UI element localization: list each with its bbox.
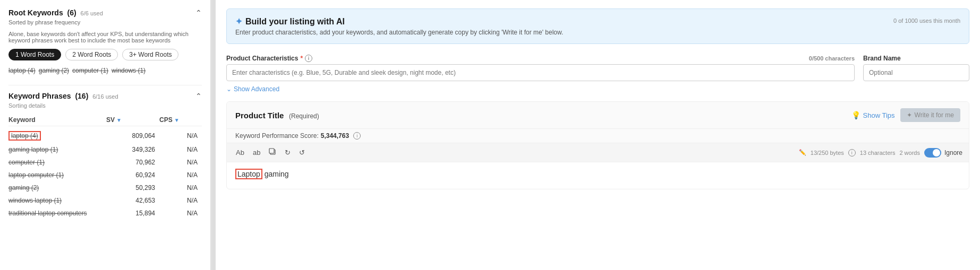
required-badge: (Required) bbox=[289, 112, 319, 120]
kps-value: 5,344,763 bbox=[321, 132, 349, 140]
kps-info-icon[interactable]: i bbox=[353, 132, 361, 140]
filter-3word[interactable]: 3+ Word Roots bbox=[122, 49, 178, 60]
sorting-details: Sorting details bbox=[8, 102, 202, 109]
sv-sort-icon[interactable]: ▼ bbox=[116, 117, 122, 123]
ai-banner: ✦ Build your listing with AI Enter produ… bbox=[226, 8, 969, 44]
right-panel: ✦ Build your listing with AI Enter produ… bbox=[216, 0, 980, 270]
char-label: Product Characteristics * i 0/500 charac… bbox=[226, 55, 855, 62]
sv-traditional: 15,894 bbox=[106, 210, 159, 217]
cps-traditional: N/A bbox=[159, 210, 202, 217]
show-tips-button[interactable]: 💡 Show Tips bbox=[851, 111, 895, 119]
sparkle-icon: ✦ bbox=[907, 111, 912, 119]
format-ab-lower-button[interactable]: ab bbox=[250, 147, 263, 158]
characteristics-input[interactable] bbox=[226, 64, 855, 81]
show-advanced-button[interactable]: ⌄ Show Advanced bbox=[226, 85, 969, 93]
sv-windows-laptop: 42,653 bbox=[106, 197, 159, 204]
divider bbox=[8, 85, 202, 85]
keyword-computer: computer (1) bbox=[8, 159, 106, 166]
keyword-phrases-title: Keyword Phrases (16) 6/16 used bbox=[8, 92, 118, 100]
bytes-info: 13/250 bytes bbox=[811, 150, 844, 156]
table-header: Keyword SV ▼ CPS ▼ bbox=[8, 114, 202, 126]
keyword-phrases-collapse-icon[interactable]: ⌃ bbox=[195, 92, 202, 100]
editor-rest: gaming bbox=[262, 170, 289, 178]
lightbulb-icon: 💡 bbox=[851, 111, 860, 119]
product-title-header: Product Title (Required) 💡 Show Tips ✦ W… bbox=[227, 102, 969, 129]
brand-label: Brand Name bbox=[863, 55, 969, 62]
root-keywords-collapse-icon[interactable]: ⌃ bbox=[195, 8, 202, 17]
product-title-label: Product Title bbox=[235, 111, 284, 120]
format-ab-upper-button[interactable]: Ab bbox=[233, 147, 247, 158]
characteristics-section: Product Characteristics * i 0/500 charac… bbox=[226, 55, 969, 93]
svg-rect-1 bbox=[269, 149, 274, 153]
char-row: Product Characteristics * i 0/500 charac… bbox=[226, 55, 969, 81]
ai-banner-description: Enter product characteristics, add your … bbox=[235, 29, 563, 36]
keyword-gaming: gaming (2) bbox=[8, 184, 106, 191]
sv-computer: 70,962 bbox=[106, 159, 159, 166]
ignore-toggle: Ignore bbox=[924, 148, 962, 158]
root-keywords-header: Root Keywords (6) 6/6 used ⌃ bbox=[8, 8, 202, 17]
tag-gaming: gaming (2) bbox=[39, 67, 69, 74]
cps-sort-icon[interactable]: ▼ bbox=[174, 117, 180, 123]
keyword-tags: laptop (4) gaming (2) computer (1) windo… bbox=[8, 67, 202, 74]
filter-1word[interactable]: 1 Word Roots bbox=[8, 49, 61, 60]
cps-computer: N/A bbox=[159, 159, 202, 166]
words-info: 2 words bbox=[899, 150, 920, 156]
toggle-switch[interactable] bbox=[924, 148, 941, 158]
cps-laptop: N/A bbox=[159, 132, 202, 140]
product-title-label-group: Product Title (Required) bbox=[235, 111, 319, 120]
keyword-boxed: laptop (4) bbox=[8, 131, 41, 141]
sv-gaming: 50,293 bbox=[106, 184, 159, 191]
keyword-laptop: laptop (4) bbox=[8, 131, 106, 141]
root-keywords-title: Root Keywords (6) 6/6 used bbox=[8, 8, 103, 17]
tag-laptop: laptop (4) bbox=[8, 67, 36, 74]
keyword-traditional: traditional laptop computers bbox=[8, 210, 106, 217]
cps-gaming: N/A bbox=[159, 184, 202, 191]
table-row: laptop (4) 809,064 N/A bbox=[8, 128, 202, 143]
char-info-icon[interactable]: i bbox=[305, 55, 312, 62]
brand-input[interactable] bbox=[863, 64, 969, 81]
brand-field: Brand Name bbox=[863, 55, 969, 81]
left-panel: Root Keywords (6) 6/6 used ⌃ Sorted by p… bbox=[0, 0, 212, 270]
root-keywords-description: Alone, base keywords don't affect your K… bbox=[8, 31, 202, 43]
sv-laptop-computer: 60,924 bbox=[106, 171, 159, 179]
cps-laptop-computer: N/A bbox=[159, 171, 202, 179]
table-row: windows laptop (1) 42,653 N/A bbox=[8, 194, 202, 207]
tag-windows: windows (1) bbox=[112, 67, 146, 74]
table-row: gaming (2) 50,293 N/A bbox=[8, 181, 202, 194]
char-count: 0/500 characters bbox=[809, 55, 855, 62]
chars-info-icon: i bbox=[848, 149, 856, 156]
ai-banner-left: ✦ Build your listing with AI Enter produ… bbox=[235, 16, 563, 36]
edit-icon: ✏️ bbox=[799, 149, 806, 156]
copy-button[interactable] bbox=[266, 146, 279, 159]
col-cps: CPS ▼ bbox=[159, 116, 202, 124]
table-row: gaming laptop (1) 349,326 N/A bbox=[8, 143, 202, 156]
ignore-label: Ignore bbox=[944, 149, 962, 156]
write-it-button[interactable]: ✦ Write it for me bbox=[900, 108, 960, 122]
toolbar: Ab ab ↻ ↺ ✏️ 13/250 bytes i 13 character… bbox=[227, 143, 969, 162]
chevron-down-icon: ⌄ bbox=[226, 85, 232, 93]
undo-button[interactable]: ↻ bbox=[282, 147, 293, 158]
col-sv: SV ▼ bbox=[106, 116, 159, 124]
keyword-windows-laptop: windows laptop (1) bbox=[8, 197, 106, 204]
filter-buttons: 1 Word Roots 2 Word Roots 3+ Word Roots bbox=[8, 49, 202, 60]
keyword-laptop-computer: laptop computer (1) bbox=[8, 171, 106, 179]
highlighted-laptop-word: Laptop bbox=[235, 169, 262, 179]
sv-laptop: 809,064 bbox=[106, 132, 159, 140]
chars-info: 13 characters bbox=[860, 150, 896, 156]
keyword-gaming-laptop: gaming laptop (1) bbox=[8, 146, 106, 153]
sv-gaming-laptop: 349,326 bbox=[106, 146, 159, 153]
ai-banner-title: ✦ Build your listing with AI bbox=[235, 16, 563, 27]
col-keyword: Keyword bbox=[8, 116, 106, 124]
editor-content[interactable]: Laptop gaming bbox=[227, 162, 969, 189]
ai-banner-usage: 0 of 1000 uses this month bbox=[893, 16, 960, 24]
keyword-phrases-header: Keyword Phrases (16) 6/16 used ⌃ bbox=[8, 92, 202, 100]
required-asterisk: * bbox=[300, 55, 303, 62]
kps-row: Keyword Performance Score: 5,344,763 i bbox=[227, 129, 969, 143]
root-keywords-subtitle: Sorted by phrase frequency bbox=[8, 19, 202, 25]
tag-computer: computer (1) bbox=[72, 67, 108, 74]
table-row: laptop computer (1) 60,924 N/A bbox=[8, 169, 202, 181]
ai-sparkle-icon: ✦ bbox=[235, 16, 242, 27]
filter-2word[interactable]: 2 Word Roots bbox=[65, 49, 118, 60]
redo-button[interactable]: ↺ bbox=[296, 147, 308, 158]
cps-gaming-laptop: N/A bbox=[159, 146, 202, 153]
